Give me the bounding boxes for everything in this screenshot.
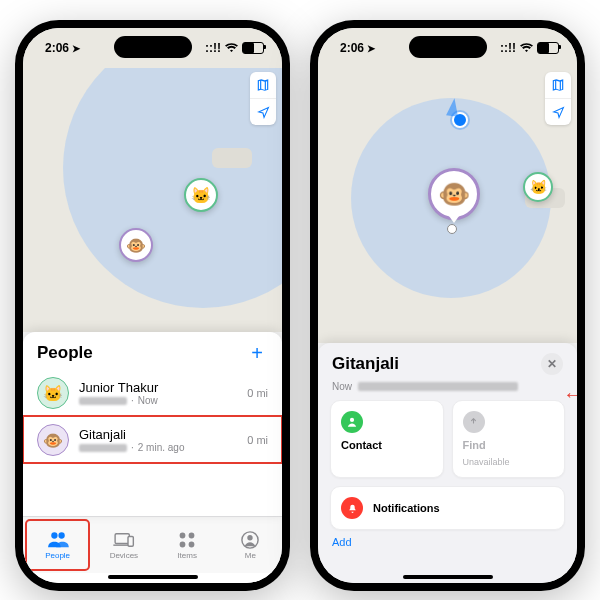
blurred-address (358, 382, 518, 391)
svg-point-5 (180, 533, 186, 539)
cellular-mode: ::!! (205, 41, 221, 55)
map-action-stack (545, 72, 571, 125)
me-icon (239, 530, 261, 550)
people-icon (47, 530, 69, 550)
items-icon (176, 530, 198, 550)
avatar: 🐵 (37, 424, 69, 456)
battery-icon (242, 42, 264, 54)
person-row[interactable]: 🐱 Junior Thakur · Now 0 mi (23, 370, 282, 416)
dynamic-island (114, 36, 192, 58)
svg-point-7 (180, 542, 186, 548)
person-pin-gitanjali-selected[interactable]: 🐵 (428, 168, 480, 220)
svg-point-8 (189, 542, 195, 548)
svg-point-1 (58, 532, 64, 538)
person-distance: 0 mi (247, 387, 268, 399)
annotation-arrow-icon: ← (563, 383, 577, 406)
person-row-highlighted[interactable]: 🐵 Gitanjali · 2 min. ago 0 mi (23, 416, 282, 463)
phone-left: 2:06 ➤ ::!! 🐱 🐵 (15, 20, 290, 591)
person-detail-sheet[interactable]: Gitanjali ✕ Now ← Contact (318, 343, 577, 583)
map-action-stack (250, 72, 276, 125)
map-locate-button[interactable] (545, 98, 571, 125)
close-sheet-button[interactable]: ✕ (541, 353, 563, 375)
sheet-title: Gitanjali (332, 354, 399, 374)
find-icon (463, 411, 485, 433)
battery-icon (537, 42, 559, 54)
blurred-location (79, 444, 127, 452)
svg-point-6 (189, 533, 195, 539)
svg-point-10 (248, 535, 253, 540)
tab-devices[interactable]: Devices (92, 517, 155, 573)
cellular-mode: ::!! (500, 41, 516, 55)
find-card[interactable]: Find Unavailable (452, 400, 566, 478)
tab-bar: People Devices Items Me (23, 516, 282, 573)
home-indicator[interactable] (108, 575, 198, 579)
blurred-location (79, 397, 127, 405)
person-distance: 0 mi (247, 434, 268, 446)
map-area[interactable]: 🐱 🐵 (23, 68, 282, 332)
contact-card[interactable]: Contact (330, 400, 444, 478)
sheet-title: People (37, 343, 93, 363)
svg-point-11 (350, 418, 354, 422)
dynamic-island (409, 36, 487, 58)
pin-ground-dot (447, 224, 457, 234)
bell-icon (341, 497, 363, 519)
location-services-icon: ➤ (367, 43, 375, 54)
tab-people[interactable]: People (26, 520, 89, 570)
add-notification-link[interactable]: Add (318, 532, 577, 550)
svg-point-0 (51, 532, 57, 538)
person-name: Junior Thakur (79, 380, 237, 395)
status-time: 2:06 (45, 41, 69, 55)
svg-rect-4 (128, 536, 133, 546)
devices-icon (113, 530, 135, 550)
tab-items[interactable]: Items (156, 517, 219, 573)
person-pin-junior[interactable]: 🐱 (523, 172, 553, 202)
tab-me[interactable]: Me (219, 517, 282, 573)
person-pin-junior[interactable]: 🐱 (184, 178, 218, 212)
last-seen-time: Now (332, 381, 352, 392)
add-person-button[interactable]: + (246, 342, 268, 364)
phone-right: 2:06 ➤ ::!! 🐱 🐵 (310, 20, 585, 591)
wifi-icon (520, 43, 533, 53)
home-indicator[interactable] (403, 575, 493, 579)
person-pin-gitanjali[interactable]: 🐵 (119, 228, 153, 262)
map-area[interactable]: 🐱 🐵 (318, 68, 577, 343)
map-mode-button[interactable] (250, 72, 276, 98)
heading-beam (446, 97, 460, 116)
avatar: 🐱 (37, 377, 69, 409)
notifications-card[interactable]: Notifications (330, 486, 565, 530)
people-sheet[interactable]: People + 🐱 Junior Thakur · Now 0 mi 🐵 Gi… (23, 332, 282, 516)
map-mode-button[interactable] (545, 72, 571, 98)
status-time: 2:06 (340, 41, 364, 55)
person-name: Gitanjali (79, 427, 237, 442)
map-locate-button[interactable] (250, 98, 276, 125)
location-services-icon: ➤ (72, 43, 80, 54)
wifi-icon (225, 43, 238, 53)
svg-rect-2 (115, 534, 129, 544)
contact-icon (341, 411, 363, 433)
